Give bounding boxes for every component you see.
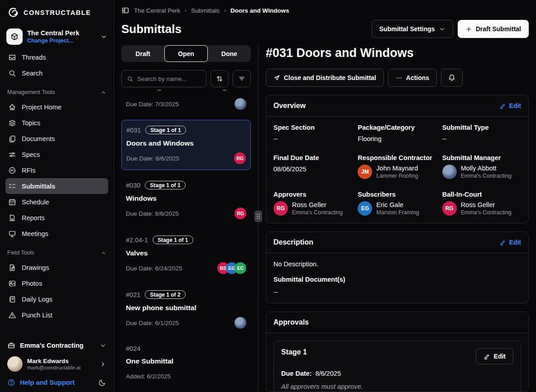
submittal-settings-button[interactable]: Submittal Settings bbox=[372, 20, 453, 38]
project-name: The Central Perk bbox=[27, 29, 96, 37]
list-item-partial[interactable]: Due Date: 7/3/2025 bbox=[121, 90, 251, 115]
stage-1-card: Stage 1 Edit Due Date:8/6/2025 All appro… bbox=[273, 340, 521, 392]
change-project-link[interactable]: Change Project... bbox=[27, 38, 96, 44]
sidebar-item-schedule[interactable]: Schedule bbox=[5, 194, 108, 210]
person-name: Eric Gale bbox=[376, 201, 419, 208]
sidebar-item-punch-list[interactable]: Punch List bbox=[5, 307, 108, 323]
sidebar-item-daily-logs[interactable]: Daily Logs bbox=[5, 291, 108, 307]
approvals-card: Approvals Stage 1 Edit bbox=[266, 312, 529, 392]
sidebar-item-rfis[interactable]: RFI RFIs bbox=[5, 162, 108, 178]
sidebar-item-submittals[interactable]: Submittals bbox=[5, 178, 108, 194]
user-name: Mark Edwards bbox=[27, 358, 81, 364]
help-icon bbox=[7, 378, 15, 387]
page-header: Submittals Submittal Settings Draft Subm… bbox=[114, 14, 536, 38]
actions-label: Actions bbox=[406, 74, 429, 81]
draft-submittal-button[interactable]: Draft Submittal bbox=[458, 20, 529, 38]
filter-button[interactable] bbox=[233, 70, 251, 87]
documents-label: Submittal Document(s) bbox=[273, 276, 521, 283]
dark-mode-moon-icon[interactable] bbox=[98, 378, 106, 387]
panel-collapse-icon bbox=[121, 6, 129, 14]
search-box[interactable] bbox=[121, 70, 206, 87]
project-cube-icon bbox=[6, 28, 23, 45]
item-due-date: Due Date: 8/6/2025 bbox=[126, 155, 179, 162]
field-spec-section: Spec Section -- bbox=[273, 124, 352, 142]
sliders-icon bbox=[8, 151, 16, 159]
item-title: One Submittal bbox=[126, 357, 246, 365]
section-management-tools[interactable]: Management Tools bbox=[5, 87, 108, 97]
user-menu[interactable]: Mark Edwards mark@constructable.ai bbox=[5, 353, 108, 375]
edit-label: Edit bbox=[494, 353, 506, 360]
overview-edit-button[interactable]: Edit bbox=[499, 102, 521, 109]
section-title: Field Tools bbox=[7, 250, 34, 256]
help-and-support[interactable]: Help and Support bbox=[5, 375, 108, 387]
breadcrumb-submittals[interactable]: Submittals bbox=[191, 7, 220, 14]
overview-card: Overview Edit Spec Section -- bbox=[266, 95, 529, 223]
close-distribute-label: Close and Distribute Submittal bbox=[284, 74, 376, 81]
sidebar-item-reports[interactable]: Reports bbox=[5, 210, 108, 226]
sidebar-item-threads[interactable]: Threads bbox=[5, 49, 108, 65]
sidebar-item-topics[interactable]: Topics bbox=[5, 115, 108, 131]
submittal-list-panel: Draft Open Done bbox=[121, 45, 251, 392]
svg-text:RFI: RFI bbox=[10, 170, 14, 172]
actions-button[interactable]: Actions bbox=[388, 69, 437, 87]
field-ball-in-court: Ball-In-Court RG Ross Geller Emma's Cont… bbox=[442, 191, 521, 216]
person-org: Lammer Roofing bbox=[376, 173, 418, 179]
item-number: #030 bbox=[126, 182, 140, 189]
project-selector[interactable]: The Central Perk Change Project... bbox=[6, 28, 107, 45]
tab-open[interactable]: Open bbox=[164, 45, 207, 62]
section-field-tools[interactable]: Field Tools bbox=[5, 248, 108, 258]
submittal-detail-panel: #031 Doors and Windows Close and Distrib… bbox=[266, 45, 529, 392]
panel-resize-handle[interactable] bbox=[254, 211, 262, 222]
field-submittal-manager: Submittal Manager Molly Abbott Emma's Co… bbox=[442, 154, 521, 179]
stage-badge: Stage 1 of 2 bbox=[145, 290, 185, 299]
list-item-030[interactable]: #030 Stage 1 of 1 Windows Due Date: 8/6/… bbox=[121, 175, 251, 225]
person-org: Emma's Contracting bbox=[461, 173, 512, 179]
pencil-icon bbox=[483, 353, 490, 360]
org-name: Emma's Contracting bbox=[20, 342, 83, 349]
sidebar-bottom: Emma's Contracting Mark Edwards mark@con… bbox=[5, 338, 108, 387]
main-area: The Central Perk › Submittals › Doors an… bbox=[114, 0, 536, 392]
chevron-up-icon bbox=[100, 250, 106, 256]
list-item-024[interactable]: #024 One Submittal Added: 6/2/2025 bbox=[121, 340, 251, 387]
sidebar-item-project-home[interactable]: Project Home bbox=[5, 99, 108, 115]
sidebar-item-search[interactable]: Search bbox=[5, 65, 108, 81]
list-item-031[interactable]: #031 Stage 1 of 1 Doors and Windows Due … bbox=[121, 120, 251, 170]
sidebar-item-photos[interactable]: Photos bbox=[5, 275, 108, 291]
sidebar-item-label: Schedule bbox=[22, 198, 49, 206]
draft-submittal-label: Draft Submittal bbox=[476, 25, 521, 33]
item-number: #024 bbox=[126, 345, 140, 352]
sidebar-item-meetings[interactable]: Meetings bbox=[5, 226, 108, 241]
breadcrumb-project[interactable]: The Central Perk bbox=[134, 7, 180, 14]
notifications-button[interactable] bbox=[441, 69, 463, 87]
description-edit-button[interactable]: Edit bbox=[499, 239, 521, 246]
avatar bbox=[234, 98, 246, 110]
search-icon bbox=[8, 69, 16, 77]
bell-icon bbox=[448, 74, 456, 82]
breadcrumb-separator: › bbox=[224, 7, 226, 14]
list-item-021[interactable]: #021 Stage 1 of 2 New phone submittal Du… bbox=[121, 285, 251, 334]
sidebar-item-label: Topics bbox=[22, 119, 40, 127]
sidebar-item-drawings[interactable]: Drawings bbox=[5, 260, 108, 275]
sidebar-item-documents[interactable]: Documents bbox=[5, 131, 108, 146]
help-label: Help and Support bbox=[20, 379, 75, 386]
submittal-settings-label: Submittal Settings bbox=[379, 25, 435, 33]
app-root: CONSTRUCTABLE The Central Perk Change Pr… bbox=[0, 0, 536, 392]
sidebar-item-specs[interactable]: Specs bbox=[5, 146, 108, 162]
drawing-icon bbox=[8, 264, 16, 272]
tab-done[interactable]: Done bbox=[208, 45, 251, 62]
sidebar-item-label: RFIs bbox=[22, 167, 36, 174]
search-input[interactable] bbox=[137, 76, 201, 82]
org-selector[interactable]: Emma's Contracting bbox=[5, 338, 108, 353]
item-due-date: Due Date: 6/24/2025 bbox=[126, 265, 182, 272]
person-org: Marston Framing bbox=[376, 209, 419, 216]
sort-button[interactable] bbox=[211, 70, 229, 87]
item-title: Doors and Windows bbox=[126, 139, 246, 147]
avatar: RG bbox=[442, 201, 457, 216]
collapse-sidebar-button[interactable] bbox=[121, 6, 129, 14]
stage-edit-button[interactable]: Edit bbox=[476, 348, 513, 364]
stage-badge: Stage 1 of 1 bbox=[145, 126, 186, 134]
filter-icon bbox=[238, 75, 246, 83]
list-item-204-1[interactable]: #2.04-1 Stage 1 of 1 Valves Due Date: 6/… bbox=[121, 230, 251, 279]
tab-draft[interactable]: Draft bbox=[121, 45, 164, 62]
close-distribute-button[interactable]: Close and Distribute Submittal bbox=[266, 69, 384, 87]
